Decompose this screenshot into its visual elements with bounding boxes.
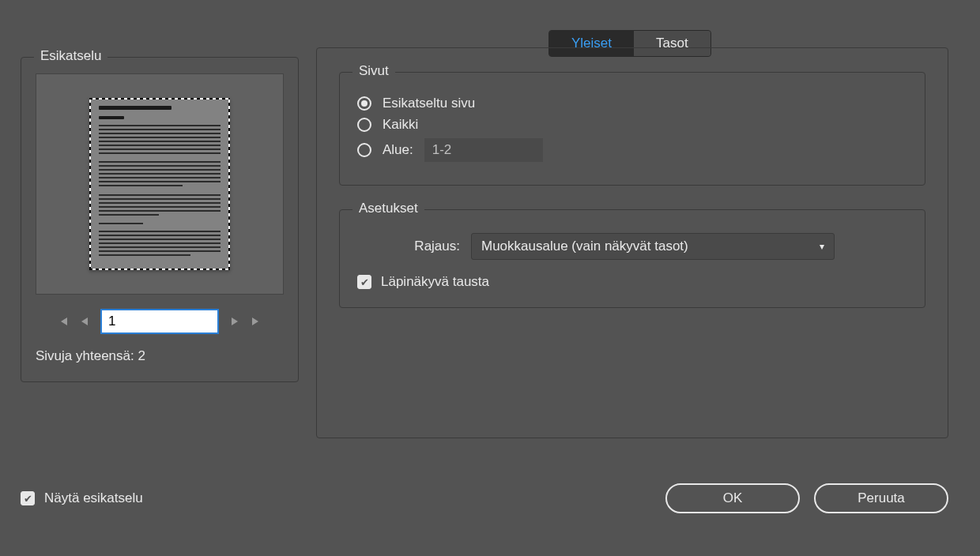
checkbox-icon: ✔ (357, 275, 371, 289)
last-page-button[interactable] (251, 316, 262, 327)
radio-label: Esikatseltu sivu (383, 96, 475, 111)
prev-page-button[interactable] (80, 316, 89, 327)
range-input[interactable] (424, 138, 543, 162)
radio-icon (357, 96, 371, 111)
crop-label: Rajaus: (357, 239, 460, 254)
pages-group-title: Sivut (352, 63, 395, 79)
cancel-button[interactable]: Peruuta (814, 483, 948, 513)
crop-dropdown[interactable]: Muokkausalue (vain näkyvät tasot) ▾ (471, 233, 835, 260)
next-page-button[interactable] (230, 316, 239, 327)
radio-all-pages[interactable]: Kaikki (357, 117, 907, 133)
checkbox-icon: ✔ (21, 491, 35, 505)
options-panel: Sivut Esikatseltu sivu Kaikki Alue: Aset… (316, 47, 948, 438)
page-number-input[interactable] (100, 309, 219, 334)
preview-thumbnail-area (36, 73, 284, 295)
transparent-bg-checkbox[interactable]: ✔ Läpinäkyvä tausta (357, 274, 907, 290)
crop-dropdown-value: Muokkausalue (vain näkyvät tasot) (481, 239, 688, 254)
checkbox-label: Läpinäkyvä tausta (381, 274, 489, 290)
radio-label: Alue: (383, 142, 413, 158)
preview-title: Esikatselu (34, 48, 107, 64)
radio-range[interactable]: Alue: (357, 138, 907, 162)
preview-document-page (89, 98, 230, 270)
radio-icon (357, 118, 371, 132)
radio-label: Kaikki (383, 117, 418, 133)
settings-group-title: Asetukset (352, 201, 424, 216)
pdf-options-dialog: Yleiset Tasot Esikatselu (0, 0, 980, 556)
settings-group: Asetukset Rajaus: Muokkausalue (vain näk… (339, 209, 925, 308)
pages-group: Sivut Esikatseltu sivu Kaikki Alue: (339, 72, 925, 186)
pages-total-label: Sivuja yhteensä: 2 (36, 348, 284, 364)
checkbox-label: Näytä esikatselu (44, 490, 143, 506)
first-page-button[interactable] (58, 316, 69, 327)
radio-previewed-page[interactable]: Esikatseltu sivu (357, 96, 907, 111)
dialog-footer: ✔ Näytä esikatselu OK Peruuta (21, 483, 948, 513)
radio-icon (357, 143, 371, 157)
show-preview-checkbox[interactable]: ✔ Näytä esikatselu (21, 490, 143, 506)
preview-panel: Esikatselu (21, 57, 299, 382)
chevron-down-icon: ▾ (820, 241, 824, 252)
pager (36, 309, 284, 334)
ok-button[interactable]: OK (665, 483, 800, 513)
